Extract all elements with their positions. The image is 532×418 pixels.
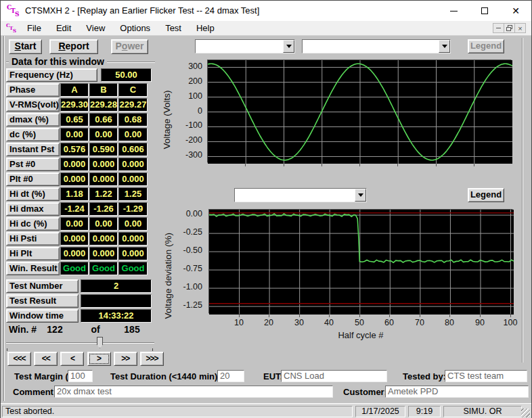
- row-value: 0.000: [60, 232, 89, 246]
- cts-app-icon: CTS: [6, 4, 20, 18]
- row-value: 0.00: [60, 217, 89, 231]
- row-value: 0.000: [118, 172, 148, 186]
- row-label: Hi dt (%): [6, 187, 60, 201]
- x-tick-label: 10: [228, 318, 250, 327]
- x-tick-mark: [420, 314, 420, 317]
- x-tick-mark: [474, 164, 474, 166]
- row-value: 0.000: [118, 158, 148, 171]
- mdi-close-icon[interactable]: ×: [514, 23, 526, 33]
- maximize-icon[interactable]: [469, 1, 500, 21]
- window-slider-track[interactable]: [6, 342, 154, 344]
- row-value: 0.000: [118, 232, 148, 246]
- row-value: 0.00: [89, 217, 118, 231]
- tested-by-input[interactable]: CTS test team: [445, 370, 527, 382]
- row-label: Hi Psti: [6, 232, 60, 246]
- title-bar: CTS CTSMXH 2 - [Replay an Earlier Flicke…: [1, 1, 531, 21]
- menu-test[interactable]: Test: [158, 21, 189, 36]
- row-value: 0.000: [89, 247, 118, 260]
- comment-input[interactable]: 20x dmax test: [54, 386, 333, 398]
- menu-file[interactable]: File: [20, 21, 49, 36]
- chevron-down-icon[interactable]: [355, 189, 366, 202]
- win-of-label: of: [87, 324, 104, 335]
- x-tick-label: 70: [409, 318, 430, 327]
- y-tick-label: 100: [171, 91, 202, 101]
- info-value: 2: [81, 279, 152, 293]
- nav-button-1[interactable]: <<: [34, 352, 58, 366]
- nav-button-4[interactable]: >>: [114, 352, 137, 366]
- mdi-restore-icon[interactable]: [504, 23, 515, 33]
- test-duration-input[interactable]: 20: [217, 370, 244, 382]
- y-tick-label: -100: [171, 120, 202, 130]
- status-bar: Test aborted. 1/17/2025 9:19 AM SIMU. OR…: [1, 403, 531, 418]
- app-window: CTS CTSMXH 2 - [Replay an Earlier Flicke…: [0, 0, 532, 418]
- start-button[interactable]: Start: [9, 39, 42, 54]
- menu-bar: CTS File Edit View Options Test Help ×: [1, 21, 531, 36]
- row-label: Pst #0: [6, 158, 60, 171]
- eut-input[interactable]: CNS Load: [281, 370, 387, 382]
- row-value: 0.65: [60, 113, 89, 126]
- win-number-label: Win. #: [9, 324, 37, 335]
- menu-options[interactable]: Options: [112, 21, 158, 36]
- row-value: Good: [89, 262, 118, 275]
- win-current: 122: [41, 324, 68, 335]
- row-label: Hi dc (%): [6, 217, 60, 231]
- chart-panel-edge: [522, 38, 523, 363]
- x-tick-label: 60: [378, 318, 400, 327]
- menu-view[interactable]: View: [79, 21, 112, 36]
- window-slider-thumb[interactable]: [97, 337, 103, 348]
- view-select[interactable]: Two-cycle waveforms: [302, 39, 451, 53]
- x-tick-mark: [480, 314, 481, 317]
- mdi-minimize-icon[interactable]: [493, 23, 504, 33]
- y-tick-label: -1.25: [171, 300, 202, 310]
- group-title: Data for this window: [9, 56, 107, 67]
- y-tick-label: -1.00: [171, 282, 202, 292]
- legend-bottom-button[interactable]: Legend: [468, 188, 504, 202]
- menu-help[interactable]: Help: [189, 21, 222, 36]
- frequency-label: Frequency (Hz): [6, 68, 97, 82]
- view-select-value: Two-cycle waveforms: [315, 53, 405, 53]
- cts-document-icon: CTS: [6, 22, 17, 33]
- row-value: 0.000: [89, 232, 118, 246]
- row-value: 0.00: [118, 128, 148, 141]
- frequency-value: 50.00: [101, 68, 152, 82]
- nav-button-5[interactable]: >>>: [140, 352, 164, 366]
- row-value: Good: [118, 262, 148, 275]
- minimize-icon[interactable]: [438, 1, 469, 21]
- nav-button-0[interactable]: <<<: [7, 352, 31, 366]
- row-label: Hi dmax (%): [6, 202, 60, 216]
- row-label: dmax (%): [6, 113, 60, 126]
- x-tick-mark: [284, 164, 284, 166]
- nav-button-2[interactable]: <: [60, 352, 84, 366]
- row-value: 0.000: [60, 247, 89, 260]
- resize-grip-icon[interactable]: [521, 409, 530, 417]
- chevron-down-icon[interactable]: [439, 40, 450, 53]
- x-tick-label: 90: [469, 318, 491, 327]
- customer-input[interactable]: Ametek PPD: [385, 386, 529, 398]
- menu-edit[interactable]: Edit: [49, 21, 79, 36]
- deviation-select[interactable]: Voltage deviation of this window: [234, 188, 367, 202]
- close-icon[interactable]: ✕: [500, 1, 531, 21]
- slider-tick-start: [7, 348, 7, 351]
- row-value: 229.30: [60, 98, 89, 112]
- chevron-down-icon[interactable]: [283, 40, 294, 53]
- x-tick-mark: [510, 314, 511, 317]
- row-value: 0.000: [60, 172, 89, 186]
- x-tick-label: 50: [349, 318, 370, 327]
- test-margin-input[interactable]: 100: [68, 370, 93, 382]
- client-left-edge: [3, 36, 5, 401]
- row-value: 0.000: [89, 158, 118, 171]
- voltage-axis-title: Voltage (Volts): [162, 75, 172, 149]
- tested-by-label: Tested by:: [403, 371, 446, 381]
- row-value: 0.00: [89, 128, 118, 141]
- nav-button-3[interactable]: >: [87, 352, 111, 366]
- row-value: 0.66: [89, 113, 118, 126]
- report-button[interactable]: Report: [49, 39, 98, 54]
- row-value: 0.000: [60, 158, 89, 171]
- y-tick-label: 0.00: [171, 209, 202, 218]
- deviation-chart: [208, 209, 513, 314]
- row-value: 0.576: [60, 143, 89, 156]
- phase-select[interactable]: Show data for Phase A: [195, 39, 295, 53]
- row-value: 229.28: [89, 98, 118, 112]
- phase-select-value: Show data for Phase A: [208, 53, 295, 53]
- row-label: Instant Pst: [6, 143, 60, 156]
